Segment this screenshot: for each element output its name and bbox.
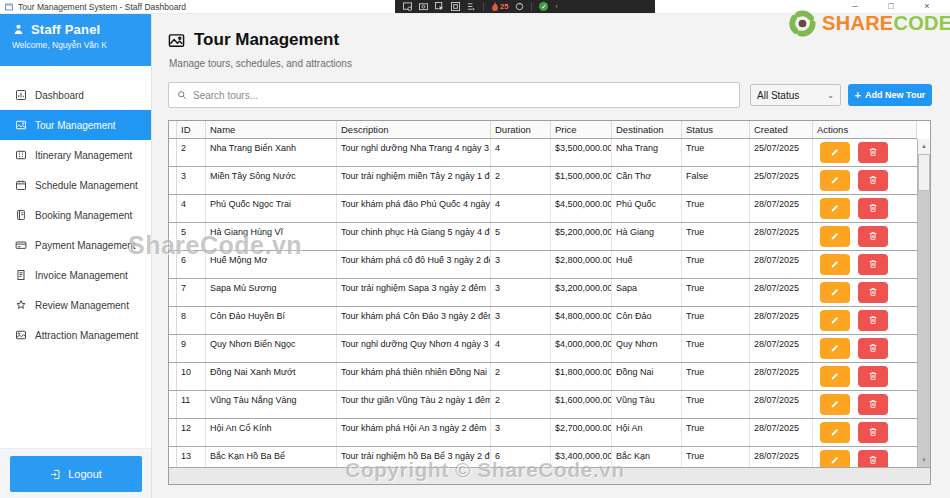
delete-button[interactable]: [858, 254, 888, 275]
table-row[interactable]: 9Quy Nhơn Biển NgọcTour nghỉ dưỡng Quy N…: [169, 335, 917, 363]
delete-button[interactable]: [858, 310, 888, 331]
column-header-duration[interactable]: Duration: [491, 121, 551, 138]
scrollbar-thumb[interactable]: [918, 154, 930, 191]
edit-button[interactable]: [820, 198, 850, 219]
trash-icon: [868, 173, 878, 188]
table-row[interactable]: 8Côn Đảo Huyền BíTour khám phá Côn Đảo 3…: [169, 307, 917, 335]
column-header-price[interactable]: Price: [551, 121, 612, 138]
column-header-created[interactable]: Created: [750, 121, 813, 138]
delete-button[interactable]: [858, 338, 888, 359]
edit-button[interactable]: [820, 254, 850, 275]
itinerary-icon: [15, 149, 27, 161]
scroll-down-arrow[interactable]: ▼: [918, 454, 930, 467]
table-row[interactable]: 3Miền Tây Sông NướcTour trải nghiệm miền…: [169, 167, 917, 195]
hot-reload-count: 25: [500, 2, 508, 11]
edit-button[interactable]: [820, 282, 850, 303]
cell-status: False: [682, 167, 750, 194]
cell-status: True: [682, 447, 750, 467]
scroll-up-arrow[interactable]: ▲: [918, 139, 930, 154]
tab-order-icon[interactable]: [467, 2, 476, 11]
delete-button[interactable]: [858, 226, 888, 247]
window-controls: – □ ×: [837, 0, 945, 13]
edit-button[interactable]: [820, 366, 850, 387]
delete-button[interactable]: [858, 422, 888, 443]
row-header-cell: [169, 363, 177, 390]
collapse-chevron-icon[interactable]: ‹: [555, 2, 558, 11]
cell-actions: [813, 335, 917, 362]
edit-button[interactable]: [820, 170, 850, 191]
sidebar-item-invoice-management[interactable]: Invoice Management: [0, 260, 151, 290]
minimize-button[interactable]: –: [837, 0, 873, 13]
cell-price: $1,800,000.00: [551, 363, 612, 390]
sidebar-item-dashboard[interactable]: Dashboard: [0, 80, 151, 110]
column-header-name[interactable]: Name: [206, 121, 337, 138]
restart-icon[interactable]: [515, 2, 524, 11]
logout-label: Logout: [68, 468, 102, 480]
sidebar-item-review-management[interactable]: Review Management: [0, 290, 151, 320]
sidebar-item-attraction-management[interactable]: Attraction Management: [0, 320, 151, 350]
close-button[interactable]: ×: [909, 0, 945, 13]
cell-status: True: [682, 307, 750, 334]
sidebar-item-tour-management[interactable]: Tour Management: [0, 110, 151, 140]
add-button-label: Add New Tour: [865, 90, 925, 100]
toolbar-divider: [483, 3, 484, 11]
table-row[interactable]: 13Bắc Kạn Hồ Ba BểTour trải nghiệm hồ Ba…: [169, 447, 917, 467]
trash-icon: [868, 285, 878, 300]
delete-button[interactable]: [858, 366, 888, 387]
table-row[interactable]: 7Sapa Mù SươngTour trải nghiệm Sapa 3 ng…: [169, 279, 917, 307]
cell-created: 28/07/2025: [750, 251, 813, 278]
main-content: Tour Management Manage tours, schedules,…: [152, 14, 950, 498]
sidebar-item-itinerary-management[interactable]: Itinerary Management: [0, 140, 151, 170]
snap-grid-icon[interactable]: [451, 2, 460, 11]
edit-button[interactable]: [820, 226, 850, 247]
column-header-destination[interactable]: Destination: [612, 121, 682, 138]
edit-button[interactable]: [820, 338, 850, 359]
maximize-button[interactable]: □: [873, 0, 909, 13]
table-row[interactable]: 4Phú Quốc Ngọc TraiTour khám phá đảo Phú…: [169, 195, 917, 223]
edit-button[interactable]: [820, 310, 850, 331]
table-row[interactable]: 11Vũng Tàu Nắng VàngTour thư giãn Vũng T…: [169, 391, 917, 419]
column-header-status[interactable]: Status: [682, 121, 750, 138]
cell-status: True: [682, 419, 750, 446]
sidebar-item-payment-management[interactable]: Payment Management: [0, 230, 151, 260]
horizontal-scrollbar[interactable]: [169, 467, 930, 484]
add-new-tour-button[interactable]: + Add New Tour: [848, 84, 932, 106]
screenshot-icon[interactable]: [419, 2, 428, 11]
table-row[interactable]: 5Hà Giang Hùng VĩTour chinh phục Hà Gian…: [169, 223, 917, 251]
table-row[interactable]: 12Hội An Cổ KínhTour khám phá Hội An 3 n…: [169, 419, 917, 447]
column-header-description[interactable]: Description: [337, 121, 491, 138]
delete-button[interactable]: [858, 170, 888, 191]
delete-button[interactable]: [858, 142, 888, 163]
column-header-id[interactable]: ID: [177, 121, 206, 138]
sidebar-header: Staff Panel Welcome, Nguyễn Văn K: [0, 14, 151, 66]
edit-button[interactable]: [820, 422, 850, 443]
edit-button[interactable]: [820, 450, 850, 467]
cell-actions: [813, 391, 917, 418]
edit-button[interactable]: [820, 394, 850, 415]
status-filter-select[interactable]: All Status ⌄: [750, 84, 841, 106]
hot-reload-icon[interactable]: 25: [491, 2, 508, 11]
ui-debug-icon[interactable]: [403, 2, 412, 11]
select-element-icon[interactable]: [435, 2, 444, 11]
sidebar-item-booking-management[interactable]: Booking Management: [0, 200, 151, 230]
search-input[interactable]: [193, 90, 731, 101]
table-row[interactable]: 6Huế Mộng MơTour khám phá cố đô Huế 3 ng…: [169, 251, 917, 279]
delete-button[interactable]: [858, 282, 888, 303]
cell-id: 13: [177, 447, 206, 467]
delete-button[interactable]: [858, 394, 888, 415]
cell-destination: Hội An: [612, 419, 682, 446]
table-row[interactable]: 2Nha Trang Biển XanhTour nghỉ dưỡng Nha …: [169, 139, 917, 167]
cell-actions: [813, 167, 917, 194]
delete-button[interactable]: [858, 450, 888, 467]
logout-button[interactable]: Logout: [10, 456, 142, 492]
table-row[interactable]: 10Đồng Nai Xanh MướtTour khám phá thiên …: [169, 363, 917, 391]
pencil-icon: [830, 173, 840, 188]
edit-button[interactable]: [820, 142, 850, 163]
sidebar-item-schedule-management[interactable]: Schedule Management: [0, 170, 151, 200]
table-header-row: IDNameDescriptionDurationPriceDestinatio…: [169, 121, 917, 139]
cell-actions: [813, 139, 917, 166]
delete-button[interactable]: [858, 198, 888, 219]
column-header-actions[interactable]: Actions: [813, 121, 917, 138]
trash-icon: [868, 313, 878, 328]
vertical-scrollbar[interactable]: ▲ ▼: [917, 139, 930, 467]
